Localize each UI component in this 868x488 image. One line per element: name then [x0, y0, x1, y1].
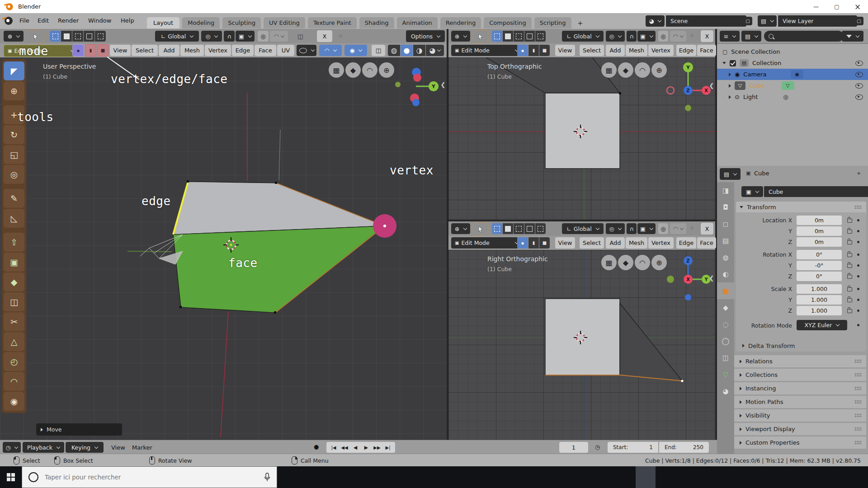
- select-mode-invert[interactable]: [524, 223, 535, 234]
- mirror-x-button[interactable]: X: [317, 30, 332, 42]
- scene-copy-button[interactable]: ▢: [743, 17, 752, 25]
- camera-view-button[interactable]: ◆: [618, 62, 633, 78]
- transform-orientation-dropdown[interactable]: ∟Global: [562, 223, 604, 234]
- transform-orientation-dropdown[interactable]: ∟Global: [155, 31, 199, 42]
- tool-scale[interactable]: ◱: [4, 145, 24, 164]
- lock-icon[interactable]: [847, 240, 852, 244]
- select-mode-intersect[interactable]: [535, 223, 546, 234]
- outliner-row-cube[interactable]: ▽ Cube ▽: [729, 80, 794, 91]
- tool-loop-cut[interactable]: ◫: [4, 292, 24, 311]
- delta-transform-panel[interactable]: Delta Transform: [736, 340, 866, 352]
- active-tool-tweak-button[interactable]: [27, 30, 44, 43]
- location-y-field[interactable]: 0m: [797, 226, 842, 236]
- edge-select-button[interactable]: ▮: [528, 45, 539, 56]
- menu-vertex[interactable]: Vertex: [648, 237, 674, 249]
- pivot-point-dropdown[interactable]: ◎: [606, 223, 625, 234]
- menu-render[interactable]: Render: [58, 17, 79, 24]
- pivot-point-dropdown[interactable]: ◎: [201, 31, 222, 42]
- tool-spin[interactable]: ◴: [4, 352, 24, 371]
- tool-bevel[interactable]: ◆: [4, 272, 24, 291]
- stopwatch-icon[interactable]: ◷: [595, 444, 600, 450]
- editor-type-dropdown[interactable]: ▤: [720, 168, 741, 180]
- pan-view-button[interactable]: ◠: [362, 62, 377, 78]
- panel-instancing[interactable]: Instancing: [734, 382, 866, 394]
- tab-texture-paint[interactable]: Texture Paint: [308, 17, 357, 28]
- location-x-field[interactable]: 0m: [797, 216, 842, 225]
- tool-select-box[interactable]: ◤: [4, 61, 24, 80]
- select-mode-intersect[interactable]: [95, 31, 106, 42]
- proportional-editing-toggle[interactable]: ◎: [658, 31, 668, 42]
- timeline-marker-menu[interactable]: Marker: [132, 444, 152, 451]
- snap-pair-icon[interactable]: ⁘: [338, 33, 343, 39]
- tool-knife[interactable]: ✂: [4, 312, 24, 331]
- pan-view-button[interactable]: ◠: [635, 62, 650, 78]
- pan-view-button[interactable]: ◠: [635, 255, 650, 270]
- play-button[interactable]: ▶: [361, 445, 372, 450]
- mesh-data-icon[interactable]: ▽: [782, 81, 794, 90]
- rotation-y-field[interactable]: -0°: [797, 261, 842, 270]
- outliner-row-scene-collection[interactable]: ▢ Scene Collection: [722, 46, 780, 57]
- menu-select[interactable]: Select: [580, 45, 604, 56]
- tool-smooth[interactable]: ◠: [4, 372, 24, 391]
- select-mode-extend[interactable]: [503, 223, 513, 234]
- tab-layout[interactable]: Layout: [147, 17, 179, 28]
- operator-panel-move[interactable]: Move: [36, 423, 122, 436]
- menu-select[interactable]: Select: [132, 45, 158, 56]
- expand-icon[interactable]: [729, 73, 731, 76]
- tab-uv-editing[interactable]: UV Editing: [264, 17, 305, 28]
- falloff-dropdown[interactable]: ◠: [670, 223, 686, 234]
- timeline-view-menu[interactable]: View: [111, 444, 125, 451]
- panel-visibility[interactable]: Visibility: [734, 409, 866, 422]
- select-mode-subtract[interactable]: [72, 31, 83, 42]
- visibility-dropdown[interactable]: [297, 45, 316, 56]
- snap-with-dropdown[interactable]: ▣: [236, 31, 255, 42]
- tab-rendering[interactable]: Rendering: [440, 17, 481, 28]
- animate-dot[interactable]: [857, 264, 859, 267]
- face-select-button[interactable]: ■: [539, 45, 550, 56]
- vertex-select-button[interactable]: ▪: [517, 237, 528, 249]
- scale-x-field[interactable]: 1.000: [797, 284, 842, 294]
- outliner-row-camera[interactable]: ◉ Camera ◉: [729, 69, 803, 80]
- outliner-row-light[interactable]: ⊙ Light ◎: [729, 91, 788, 103]
- outliner-display-dropdown[interactable]: ≡: [720, 31, 740, 42]
- vertex-select-button[interactable]: ▪: [72, 44, 84, 56]
- active-tool-tweak-button[interactable]: [473, 30, 488, 43]
- microphone-icon[interactable]: [264, 473, 270, 482]
- tool-rotate[interactable]: ↻: [4, 125, 24, 144]
- menu-select[interactable]: Select: [580, 237, 604, 249]
- shading-wireframe-button[interactable]: ◍: [388, 45, 400, 56]
- animate-dot[interactable]: [857, 230, 859, 232]
- top-viewport-canvas[interactable]: Top Orthographic (1) Cube ▦ ◆ ◠ ⊕ Y Z X …: [448, 57, 715, 220]
- toggle-grid-button[interactable]: ▦: [601, 62, 617, 78]
- visibility-eye-icon[interactable]: [855, 94, 863, 100]
- add-workspace-button[interactable]: +: [574, 17, 587, 29]
- overlays-toggle[interactable]: ◉: [344, 45, 367, 56]
- start-button[interactable]: [0, 466, 22, 488]
- mode-dropdown[interactable]: ▣Edit Mode: [451, 237, 518, 249]
- timeline-editor-dropdown[interactable]: ◷: [3, 442, 21, 453]
- drag-dots[interactable]: [854, 386, 862, 390]
- scene-selector[interactable]: Scene: [666, 15, 746, 27]
- rotation-mode-dropdown[interactable]: XYZ Euler: [797, 320, 847, 330]
- lock-icon[interactable]: [847, 230, 852, 234]
- menu-mesh[interactable]: Mesh: [626, 45, 647, 56]
- select-mode-new[interactable]: [50, 31, 61, 42]
- panel-viewport-display[interactable]: Viewport Display: [734, 423, 866, 435]
- tool-3d-cursor[interactable]: ⊕: [4, 81, 24, 100]
- face-select-button[interactable]: ■: [539, 237, 550, 249]
- select-tool-toggle[interactable]: ◠: [319, 45, 342, 56]
- drag-dots[interactable]: [854, 427, 862, 431]
- tab-scripting[interactable]: Scripting: [534, 17, 571, 28]
- animate-dot[interactable]: [857, 288, 859, 290]
- drag-dots[interactable]: [854, 441, 862, 445]
- menu-view[interactable]: View: [110, 45, 131, 56]
- tab-constraints[interactable]: ◫: [717, 349, 734, 366]
- menu-edge[interactable]: Edge: [676, 45, 696, 56]
- menu-mesh[interactable]: Mesh: [626, 237, 647, 249]
- camera-view-button[interactable]: ◆: [345, 62, 361, 78]
- animate-dot[interactable]: [857, 324, 859, 326]
- menu-file[interactable]: File: [19, 17, 29, 24]
- light-data-icon[interactable]: ◎: [783, 94, 788, 100]
- shading-rendered-button[interactable]: ◕: [426, 45, 444, 56]
- scale-y-field[interactable]: 1.000: [797, 295, 842, 305]
